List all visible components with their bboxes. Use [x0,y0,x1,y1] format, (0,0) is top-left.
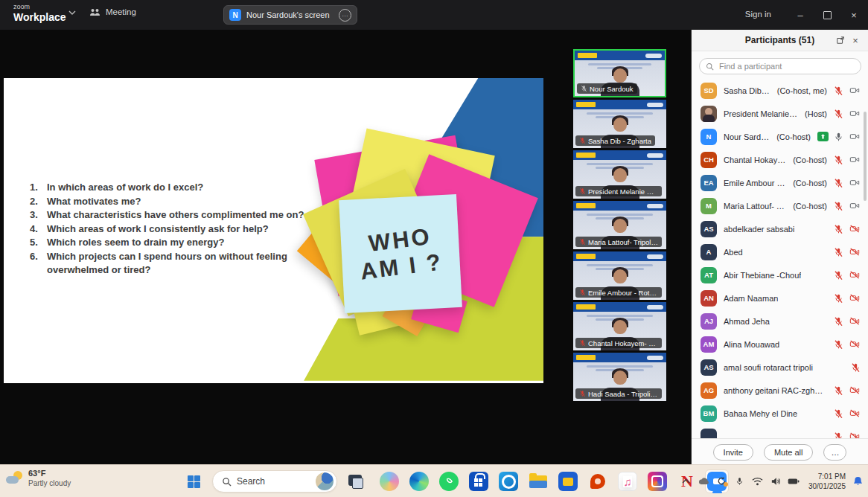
participant-name: Adam Naaman [724,294,778,303]
start-button[interactable] [182,469,205,493]
camera-off-icon [849,224,861,234]
more-options-button[interactable]: … [823,444,846,461]
search-label: Search [237,476,310,487]
mic-muted-icon [834,86,843,96]
minimize-button[interactable]: – [786,0,814,30]
popout-panel-icon[interactable] [834,34,847,46]
tab-meeting[interactable]: Meeting [89,7,136,16]
share-options-icon[interactable]: … [339,9,351,22]
taskbar-app-copilot[interactable] [377,469,401,493]
mic-muted-icon [579,187,586,195]
camera-on-icon [849,86,861,95]
video-thumbnail[interactable]: Sasha Dib - Zgharta [573,100,666,148]
participant-row[interactable]: AS abdelkader sabsabi [692,217,868,240]
close-button[interactable]: × [840,0,868,30]
slide-question: 1.In which areas of work do I excel? [30,181,322,195]
invite-button[interactable]: Invite [713,444,753,461]
whatsapp-icon [439,472,459,491]
taskbar-app-instagram[interactable] [645,469,669,493]
scrollbar-thumb[interactable] [864,112,867,201]
sign-in-button[interactable]: Sign in [745,10,771,19]
participant-name: President Melanie Kadi - ... [724,109,798,118]
taskbar-app-edge[interactable] [407,469,431,493]
participant-role: (Host) [805,109,827,118]
thumbnail-name-label: Hadi Saada - Tripoli El-... [575,388,662,399]
mic-muted-icon [579,339,586,347]
task-view-button[interactable] [344,469,368,493]
participant-row[interactable]: AG anthony geitani RAC-zgharta [692,379,868,402]
itunes-icon: ♫ [618,472,637,491]
participant-name: Abir Thebiane -Chouf [724,271,801,280]
participant-status-icons [834,247,861,257]
participant-row[interactable] [692,425,868,439]
taskbar-app-file-explorer[interactable] [526,469,550,493]
onedrive-icon[interactable] [698,475,710,487]
participant-row[interactable]: AS amal soufi rotaract tripoli [692,356,868,379]
chevron-down-icon[interactable] [68,10,76,15]
slide-question: 5.Which roles seem to drain my energy? [30,236,322,250]
battery-icon[interactable] [788,475,800,487]
windows-taskbar: 63°F Partly cloudy Search ♫N [0,464,868,497]
microphone-icon[interactable] [734,475,746,487]
participant-search[interactable] [699,58,861,74]
participant-status-icons [834,293,861,304]
close-panel-icon[interactable]: × [849,34,862,46]
video-thumbnail[interactable]: Nour Sardouk [573,49,666,97]
participant-row[interactable]: AJ Ahmad Jeha [692,310,868,333]
camera-off-icon [849,385,861,395]
taskbar-app-outlook[interactable] [497,469,520,493]
notification-bell-icon[interactable] [852,475,864,487]
camera-on-icon [849,155,861,164]
participant-row[interactable]: AT Abir Thebiane -Chouf [692,263,868,286]
taskbar-app-whatsapp[interactable] [437,469,461,493]
zoom-workplace-logo: zoom Workplace [13,4,66,22]
volume-icon[interactable] [770,475,782,487]
participant-row[interactable]: CH Chantal Hokayem- RA... (Co-host) [692,148,868,171]
participant-name: Abed [724,248,743,257]
mic-muted-icon [834,316,843,327]
avatar: A [701,244,717,260]
taskbar-app-mail[interactable] [556,469,580,493]
wifi-icon[interactable] [752,475,764,487]
system-tray: 7:01 PM 30/01/2025 [680,465,864,497]
video-thumbnail[interactable]: President Melanie Kadi... [573,150,666,199]
participant-row[interactable]: President Melanie Kadi - ... (Host) [692,102,868,125]
participant-row[interactable]: EA Emile Ambour - Rotar... (Co-host) [692,171,868,194]
participant-row[interactable]: A Abed [692,240,868,263]
video-thumbnail[interactable]: Maria Lattouf- Tripoli... [573,201,666,249]
video-thumbnail[interactable]: Chantal Hokayem- RA... [573,302,666,350]
participant-row[interactable]: AM Alina Mouawad [692,333,868,356]
hidden-icons-chevron-icon[interactable] [680,475,692,487]
participant-row[interactable]: BM Bahaa Mehy el Dine [692,402,868,425]
video-thumbnail[interactable]: Hadi Saada - Tripoli El-... [573,353,666,401]
mic-muted-icon [834,339,843,350]
search-icon [706,62,714,71]
mic-muted-icon [834,293,843,304]
search-input[interactable] [718,61,855,71]
file-explorer-icon [529,472,548,491]
participant-row[interactable]: SD Sasha Dib - Zgharta (Co-host, me) [692,79,868,102]
participant-name: Maria Lattouf- Tripoli ... [724,202,786,211]
thumbnail-name-label: Nour Sardouk [577,83,637,94]
participant-row[interactable]: M Maria Lattouf- Tripoli ... (Co-host) [692,194,868,217]
maximize-button[interactable] [813,0,841,30]
camera-on-icon [849,132,861,141]
participant-row[interactable]: N Nour Sardouk (Co-host) [692,125,868,148]
sync-update-icon[interactable] [716,475,728,487]
search-highlight-image[interactable] [316,472,334,490]
taskbar-clock[interactable]: 7:01 PM 30/01/2025 [808,472,846,491]
camera-off-icon [849,270,861,280]
weather-widget[interactable]: 63°F Partly cloudy [6,469,71,488]
taskbar-app-itunes[interactable]: ♫ [616,469,639,493]
mute-all-button[interactable]: Mute all [764,444,814,461]
taskbar-app-store[interactable] [467,469,491,493]
participant-row[interactable]: AN Adam Naaman [692,286,868,310]
taskbar-search[interactable]: Search [212,470,337,493]
participant-list: SD Sasha Dib - Zgharta (Co-host, me) Pre… [692,79,868,439]
shared-screen-pill[interactable]: N Nour Sardouk's screen … [223,5,357,25]
video-thumbnail[interactable]: Emile Ambour - Rotara... [573,251,666,300]
taskbar-app-office[interactable] [586,469,610,493]
shared-screen-label: Nour Sardouk's screen [246,10,334,19]
avatar [701,106,717,122]
thumbnail-banner [573,100,666,109]
